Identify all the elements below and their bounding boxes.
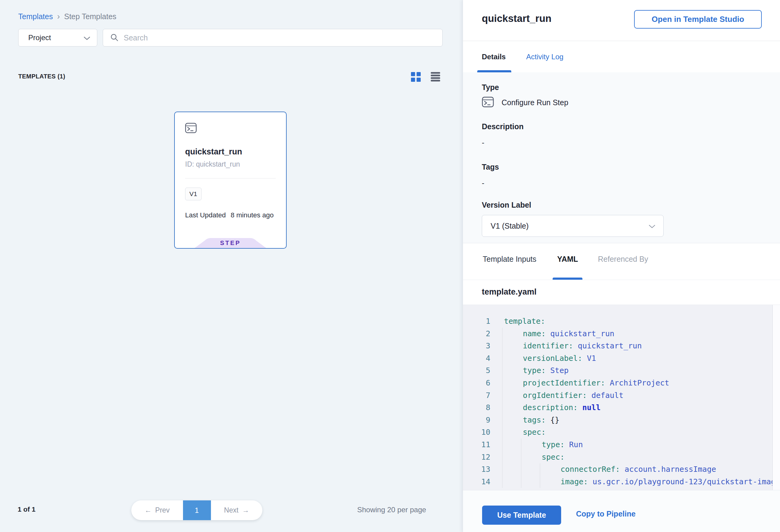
code-scrollbar[interactable]: [772, 305, 780, 490]
details-tab-bar: Details Activity Log: [463, 41, 780, 72]
scope-dropdown[interactable]: Project: [18, 29, 97, 47]
copy-to-pipeline-link[interactable]: Copy to Pipeline: [576, 510, 636, 518]
line-number: 9: [463, 414, 490, 427]
next-label: Next: [224, 506, 238, 514]
version-dropdown[interactable]: V1 (Stable): [482, 215, 664, 237]
breadcrumb-templates-link[interactable]: Templates: [18, 12, 53, 21]
description-label: Description: [482, 122, 780, 131]
description-value: -: [482, 138, 780, 147]
arrow-left-icon: ←: [145, 506, 152, 514]
indent-guide: [502, 377, 502, 389]
yaml-key: description:: [523, 403, 578, 412]
yaml-key: spec:: [523, 428, 546, 437]
yaml-line: 6projectIdentifier: ArchitProject: [463, 377, 773, 389]
use-template-button[interactable]: Use Template: [482, 505, 561, 525]
prev-page-button[interactable]: ← Prev: [131, 500, 183, 520]
line-number: 14: [463, 476, 490, 488]
terminal-icon: [185, 129, 197, 134]
tags-value: -: [482, 179, 780, 188]
breadcrumb-current-page: Step Templates: [64, 12, 116, 21]
indent-guide: [502, 439, 502, 451]
yaml-key: type:: [542, 440, 565, 449]
indent-guide: [521, 476, 521, 488]
terminal-icon: [482, 97, 494, 108]
indent-guide: [502, 414, 502, 427]
yaml-line: 11type: Run: [463, 439, 773, 451]
indent-guide: [502, 451, 502, 464]
yaml-value: quickstart_run: [573, 341, 642, 350]
line-number: 8: [463, 401, 490, 414]
indent-guide: [502, 328, 502, 340]
indent-guide: [521, 439, 521, 451]
open-in-template-studio-button[interactable]: Open in Template Studio: [634, 10, 762, 29]
pagination: ← Prev 1 Next →: [131, 500, 262, 520]
indent-guide: [502, 365, 502, 377]
line-number: 13: [463, 463, 490, 476]
chevron-down-icon: [649, 224, 655, 230]
line-number: 3: [463, 340, 490, 352]
yaml-line: 9tags: {}: [463, 414, 773, 427]
yaml-line: 3identifier: quickstart_run: [463, 340, 773, 352]
last-updated-row: Last Updated 8 minutes ago: [185, 211, 276, 219]
line-number: 7: [463, 389, 490, 402]
yaml-value: account.harnessImage: [620, 465, 716, 474]
line-number: 4: [463, 352, 490, 365]
yaml-line: 4versionLabel: V1: [463, 352, 773, 365]
line-number: 5: [463, 365, 490, 377]
last-updated-label: Last Updated: [185, 211, 226, 219]
version-badge: V1: [185, 188, 201, 200]
yaml-value: default: [587, 391, 624, 400]
tab-template-inputs[interactable]: Template Inputs: [483, 255, 537, 263]
yaml-key: orgIdentifier:: [523, 391, 587, 400]
yaml-value: quickstart_run: [546, 329, 614, 338]
template-card-title: quickstart_run: [185, 147, 276, 156]
step-badge-label: STEP: [195, 240, 266, 247]
page-number-button[interactable]: 1: [183, 500, 211, 520]
breadcrumb: Templates › Step Templates: [18, 12, 116, 21]
last-updated-value: 8 minutes ago: [231, 211, 274, 219]
card-divider: [185, 178, 276, 179]
indent-guide: [502, 426, 502, 439]
indent-guide: [502, 352, 502, 365]
chevron-down-icon: [84, 36, 90, 42]
yaml-line: 12spec:: [463, 451, 773, 464]
yaml-key: identifier:: [523, 341, 573, 350]
page-count-label: 1 of 1: [18, 505, 36, 514]
step-type-badge: STEP: [195, 238, 266, 248]
search-icon: [110, 34, 119, 42]
details-header: quickstart_run Open in Template Studio: [463, 0, 780, 41]
yaml-line: 2name: quickstart_run: [463, 328, 773, 340]
yaml-line: 1template:: [463, 315, 773, 328]
tab-yaml[interactable]: YAML: [557, 255, 578, 263]
yaml-value: null: [578, 403, 601, 412]
yaml-code-viewer: 1template:2name: quickstart_run3identifi…: [463, 305, 780, 490]
grid-view-icon[interactable]: [411, 72, 421, 82]
list-view-icon[interactable]: [431, 72, 440, 82]
indent-guide: [502, 476, 502, 488]
details-section: Type Configure Run Step Description - Ta…: [463, 72, 780, 243]
active-tab-underline: [477, 70, 511, 72]
line-number: 6: [463, 377, 490, 389]
template-card[interactable]: quickstart_run ID: quickstart_run V1 Las…: [174, 111, 287, 249]
tab-referenced-by[interactable]: Referenced By: [598, 255, 648, 263]
line-number: 1: [463, 315, 490, 328]
type-row: Configure Run Step: [482, 97, 780, 108]
tab-details[interactable]: Details: [482, 53, 506, 61]
yaml-value: Step: [546, 366, 569, 375]
templates-list-panel: Templates › Step Templates Project TEMPL…: [0, 0, 462, 532]
yaml-file-name: template.yaml: [482, 287, 537, 297]
yaml-value: us.gcr.io/playground-123/quickstart-imag…: [588, 477, 773, 486]
search-input[interactable]: [124, 34, 434, 42]
panel-title: quickstart_run: [482, 13, 551, 24]
tab-activity-log[interactable]: Activity Log: [526, 53, 564, 61]
template-details-panel: quickstart_run Open in Template Studio D…: [462, 0, 780, 532]
search-box: [103, 29, 443, 47]
type-label: Type: [482, 83, 780, 92]
yaml-line: 5type: Step: [463, 365, 773, 377]
tags-label: Tags: [482, 162, 780, 172]
yaml-file-header: template.yaml: [463, 280, 780, 305]
template-card-id: ID: quickstart_run: [185, 160, 276, 168]
yaml-key: type:: [523, 366, 546, 375]
indent-guide: [521, 451, 521, 464]
next-page-button[interactable]: Next →: [211, 500, 263, 520]
